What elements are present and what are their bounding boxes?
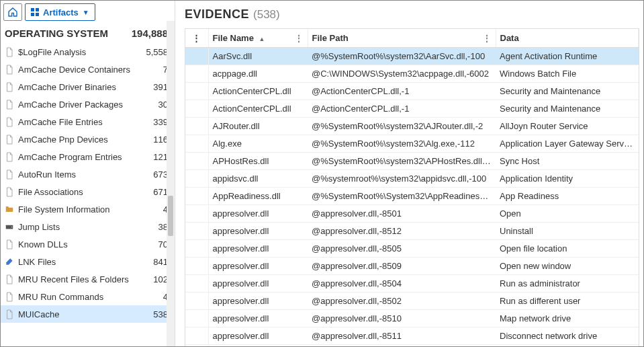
table-row[interactable]: appresolver.dll@appresolver.dll,-8511Dis… [185,327,639,345]
sidebar-item-label: MRU Run Commands [18,292,103,302]
row-selector-cell[interactable] [185,118,208,135]
table-row[interactable]: acppage.dll@C:\WINDOWS\System32\acppage.… [185,65,639,83]
sidebar-item-label: AutoRun Items [18,169,76,180]
home-button[interactable] [3,3,22,21]
row-selector-cell[interactable] [185,153,208,170]
sidebar-scrollbar-thumb[interactable] [168,196,173,236]
cell-file-path: @%SystemRoot%\system32\Alg.exe,-112 [308,135,496,153]
table-row[interactable]: appresolver.dll@appresolver.dll,-8502Run… [185,293,639,310]
column-header-file-name[interactable]: File Name ▲ ⋮ [208,29,308,48]
sidebar-item[interactable]: AmCache Pnp Devices116 [1,130,175,148]
sidebar-scrollbar[interactable] [167,21,175,346]
sidebar-item-label: AmCache Driver Packages [18,100,123,110]
sidebar-item[interactable]: MUICache538 [1,305,175,323]
kebab-icon[interactable]: ⋮ [482,33,492,44]
row-selector-cell[interactable] [185,223,208,240]
row-selector-cell[interactable] [185,275,208,293]
cell-data: Security and Maintenance [496,83,639,100]
doc-icon [5,309,14,319]
cell-file-name: appresolver.dll [208,240,308,258]
doc-icon [5,274,14,284]
cell-data: Security and Maintenance [496,100,639,118]
sidebar-item[interactable]: MRU Run Commands4 [1,288,175,305]
row-selector-cell[interactable] [185,310,208,327]
cell-file-path: @appresolver.dll,-8505 [308,240,496,258]
table-row[interactable]: appresolver.dll@appresolver.dll,-8509Ope… [185,258,639,275]
cell-data: Open new window [496,258,639,275]
cell-file-name: AJRouter.dll [208,118,308,135]
sidebar-item-label: LNK Files [18,257,56,267]
home-icon [7,7,18,17]
sidebar-item[interactable]: AmCache Driver Packages30 [1,95,175,113]
table-row[interactable]: AppReadiness.dll@%SystemRoot%\System32\A… [185,188,639,205]
doc-icon [5,46,14,57]
sidebar-item-label: File Associations [18,187,83,197]
sidebar-item[interactable]: File Associations671 [1,183,175,200]
table-row[interactable]: appresolver.dll@appresolver.dll,-8506Pro… [185,345,639,347]
row-selector-cell[interactable] [185,48,208,65]
caret-down-icon: ▼ [83,9,89,16]
column-header-data[interactable]: Data [496,29,639,48]
row-selector-cell[interactable] [185,65,208,83]
svg-rect-1 [36,8,39,11]
row-selector-cell[interactable] [185,135,208,153]
sidebar-item[interactable]: AmCache File Entries339 [1,113,175,130]
row-selector-cell[interactable] [185,83,208,100]
table-row[interactable]: appresolver.dll@appresolver.dll,-8512Uni… [185,223,639,240]
table-row[interactable]: Alg.exe@%SystemRoot%\system32\Alg.exe,-1… [185,135,639,153]
sidebar-nav-list[interactable]: $LogFile Analysis5,558AmCache Device Con… [1,43,175,346]
row-selector-cell[interactable] [185,327,208,345]
cell-file-path: @ActionCenterCPL.dll,-1 [308,100,496,118]
cell-data: Uninstall [496,223,639,240]
table-row[interactable]: AarSvc.dll@%SystemRoot%\system32\AarSvc.… [185,48,639,65]
doc-icon [5,291,14,302]
table-row[interactable]: appresolver.dll@appresolver.dll,-8501Ope… [185,205,639,223]
cell-file-name: appresolver.dll [208,275,308,293]
row-selector-cell[interactable] [185,345,208,347]
sidebar-item-label: AmCache Driver Binaries [18,82,116,92]
table-row[interactable]: AJRouter.dll@%SystemRoot%\system32\AJRou… [185,118,639,135]
table-row[interactable]: appidsvc.dll@%systemroot%\system32\appid… [185,170,639,188]
table-row[interactable]: ActionCenterCPL.dll@ActionCenterCPL.dll,… [185,83,639,100]
sidebar-item[interactable]: MRU Recent Files & Folders102 [1,270,175,288]
sidebar-item-label: MUICache [18,309,59,319]
table-row[interactable]: ActionCenterCPL.dll@ActionCenterCPL.dll,… [185,100,639,118]
artifacts-label: Artifacts [43,7,79,17]
sidebar-item[interactable]: Jump Lists38 [1,218,175,235]
main-header: EVIDENCE (538) [185,5,639,28]
row-selector-cell[interactable] [185,240,208,258]
cell-file-path: @%SystemRoot%\system32\APHostRes.dll,-10… [308,153,496,170]
column-selector[interactable]: ⋮ [185,29,208,48]
sidebar-item-label: MRU Recent Files & Folders [18,274,129,284]
row-selector-cell[interactable] [185,188,208,205]
row-selector-cell[interactable] [185,100,208,118]
sidebar-item[interactable]: AutoRun Items673 [1,165,175,183]
cell-file-path: @appresolver.dll,-8509 [308,258,496,275]
table-row[interactable]: APHostRes.dll@%SystemRoot%\system32\APHo… [185,153,639,170]
row-selector-cell[interactable] [185,205,208,223]
row-selector-cell[interactable] [185,258,208,275]
sidebar-item-count: 391 [153,82,168,92]
sidebar-item[interactable]: LNK Files841 [1,253,175,270]
sidebar-item-count: 339 [153,117,168,127]
cell-file-name: appresolver.dll [208,293,308,310]
artifacts-dropdown[interactable]: Artifacts ▼ [25,3,95,21]
column-header-file-path[interactable]: File Path ⋮ [308,29,496,48]
sidebar-item-label: Known DLLs [18,239,68,249]
sidebar-item[interactable]: File System Information4 [1,200,175,218]
sidebar-item[interactable]: $LogFile Analysis5,558 [1,43,175,61]
row-selector-cell[interactable] [185,293,208,310]
cell-file-name: ActionCenterCPL.dll [208,100,308,118]
table-row[interactable]: appresolver.dll@appresolver.dll,-8505Ope… [185,240,639,258]
cell-file-name: appidsvc.dll [208,170,308,188]
sidebar-item[interactable]: AmCache Program Entries121 [1,148,175,165]
sidebar-item[interactable]: AmCache Driver Binaries391 [1,78,175,95]
kebab-icon[interactable]: ⋮ [294,33,304,44]
table-row[interactable]: appresolver.dll@appresolver.dll,-8504Run… [185,275,639,293]
sidebar-item-label: Jump Lists [18,222,60,232]
row-selector-cell[interactable] [185,170,208,188]
svg-point-5 [11,227,12,227]
table-row[interactable]: appresolver.dll@appresolver.dll,-8510Map… [185,310,639,327]
sidebar-item[interactable]: Known DLLs70 [1,235,175,253]
sidebar-item[interactable]: AmCache Device Containers7 [1,61,175,78]
